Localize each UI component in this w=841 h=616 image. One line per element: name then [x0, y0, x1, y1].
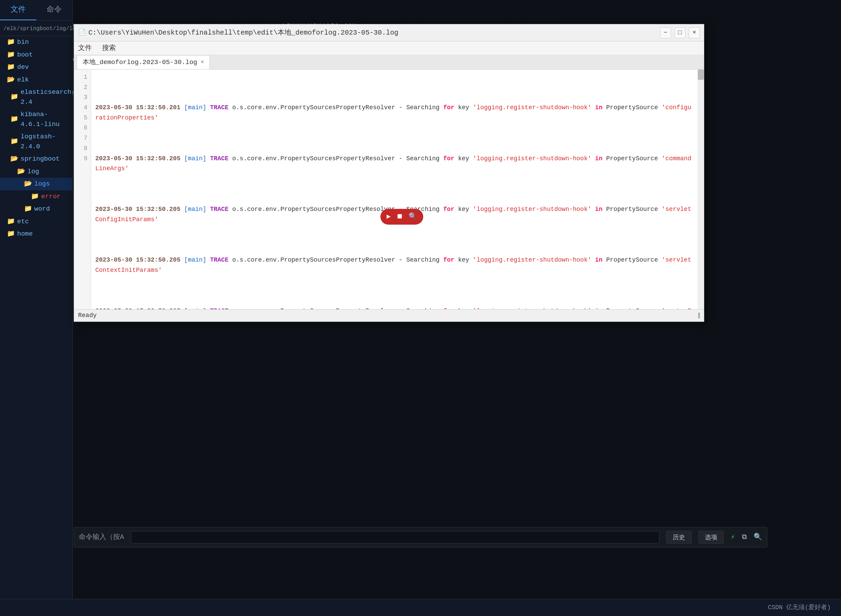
terminal-background: 连接主机... +-+-+-+-+-+-+-+-+-+-+-+-+-+-+-+-…	[0, 0, 841, 616]
tab-close-icon[interactable]: ×	[200, 58, 204, 66]
tree-item-dev[interactable]: 📁 dev	[0, 61, 72, 73]
sidebar-tab-file[interactable]: 文件	[0, 0, 36, 20]
tree-item-error[interactable]: 📁 error	[0, 191, 72, 203]
tree-item-logstash[interactable]: 📁 logstash-2.4.0	[0, 131, 72, 153]
dialog-controls[interactable]: − □ ×	[660, 27, 700, 38]
tab-label: 本地_demoforlog.2023-05-30.log	[82, 57, 197, 67]
tree-item-etc[interactable]: 📁 etc	[0, 216, 72, 228]
lightning-icon: ⚡	[731, 532, 735, 543]
dialog-menubar: 文件 搜索	[74, 41, 704, 55]
tree-item-boot[interactable]: 📁 boot	[0, 48, 72, 61]
file-icon: 📄	[78, 28, 86, 37]
log-line-1: 2023-05-30 15:32:50.201 [main] TRACE o.s…	[95, 103, 694, 123]
ready-status: Ready	[78, 311, 97, 320]
dialog-titlebar: 📄 C:\Users\YiWuHen\Desktop\finalshell\te…	[74, 24, 704, 41]
dialog-content: 1 2 3 4 5 6 7 8 9 2023-05-30 15:32:50.20…	[74, 69, 704, 309]
tree-item-word[interactable]: 📁 word	[0, 203, 72, 216]
tree-item-elk[interactable]: 📂 elk	[0, 73, 72, 86]
tree-item-bin[interactable]: 📁 bin	[0, 36, 72, 48]
sidebar-tabs: 文件 命令	[0, 0, 72, 21]
tree-item-log[interactable]: 📂 log	[0, 166, 72, 178]
command-input-area[interactable]: 命令输入（按A 历史 选项 ⚡ ⧉ 🔍	[74, 527, 767, 547]
scrollbar-thumb[interactable]	[698, 69, 704, 80]
bottom-bar: CSDN 亿无须(爱好者)	[0, 599, 841, 616]
float-btn-play[interactable]: ▶	[387, 212, 391, 222]
sidebar-tab-command[interactable]: 命令	[36, 0, 73, 20]
float-action-buttons[interactable]: ▶ ⏹ 🔍	[381, 209, 423, 224]
options-button[interactable]: 选项	[698, 531, 724, 544]
vertical-scrollbar[interactable]	[698, 69, 704, 309]
log-line-5: 2023-05-30 15:32:50.205 [main] TRACE o.s…	[95, 306, 694, 309]
float-btn-search[interactable]: 🔍	[409, 212, 417, 222]
dialog-statusbar: Ready ▐	[74, 309, 704, 321]
dialog-title-path: 📄 C:\Users\YiWuHen\Desktop\finalshell\te…	[78, 28, 398, 38]
tree-item-home[interactable]: 📁 home	[0, 228, 72, 241]
line-numbers: 1 2 3 4 5 6 7 8 9	[74, 69, 91, 309]
tree-item-logs[interactable]: 📂 logs	[0, 178, 72, 191]
log-content-area[interactable]: 2023-05-30 15:32:50.201 [main] TRACE o.s…	[91, 69, 698, 309]
menu-file[interactable]: 文件	[78, 43, 92, 53]
connect-host-msg: 连接主机...	[7, 7, 834, 21]
float-btn-stop[interactable]: ⏹	[396, 212, 403, 222]
statusbar-right: ▐	[696, 312, 700, 320]
tree-item-kibana[interactable]: 📁 kibana-4.6.1-linu	[0, 108, 72, 131]
history-button[interactable]: 历史	[666, 531, 692, 544]
dialog-title-text: C:\Users\YiWuHen\Desktop\finalshell\temp…	[88, 28, 398, 38]
minimize-button[interactable]: −	[660, 27, 671, 38]
file-viewer-dialog: 📄 C:\Users\YiWuHen\Desktop\finalshell\te…	[74, 24, 704, 322]
log-line-2: 2023-05-30 15:32:50.205 [main] TRACE o.s…	[95, 154, 694, 174]
sidebar-path: /elk/springboot/log/logs	[0, 23, 72, 36]
bottom-brand: CSDN 亿无须(爱好者)	[767, 603, 831, 612]
tree-item-elasticsearch[interactable]: 📁 elasticsearch-2.4	[0, 86, 72, 108]
command-input-field[interactable]	[131, 531, 659, 543]
close-button[interactable]: ×	[689, 27, 700, 38]
search-icon-terminal: 🔍	[754, 532, 762, 543]
dialog-tabs: 本地_demoforlog.2023-05-30.log ×	[74, 55, 704, 69]
copy-icon: ⧉	[742, 532, 747, 543]
log-line-4: 2023-05-30 15:32:50.205 [main] TRACE o.s…	[95, 255, 694, 275]
left-sidebar: 文件 命令 /elk/springboot/log/logs 📁 bin 📁 b…	[0, 0, 73, 599]
log-file-tab[interactable]: 本地_demoforlog.2023-05-30.log ×	[77, 55, 210, 69]
maximize-button[interactable]: □	[675, 27, 685, 38]
command-input-label: 命令输入（按A	[79, 532, 124, 543]
menu-search[interactable]: 搜索	[102, 43, 116, 53]
tree-item-springboot[interactable]: 📂 springboot	[0, 153, 72, 166]
